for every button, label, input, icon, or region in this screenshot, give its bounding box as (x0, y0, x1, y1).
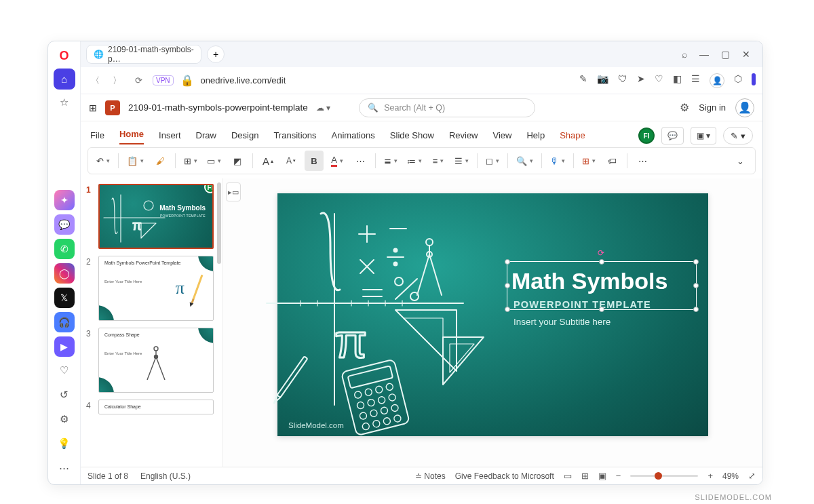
slideshow-view-button[interactable]: ▣ (598, 471, 606, 481)
forward-button[interactable]: 〉 (109, 73, 124, 88)
present-button[interactable]: ▣ ▾ (691, 127, 716, 144)
instagram-app-icon[interactable]: ◯ (54, 263, 75, 284)
zoom-level[interactable]: 49% (722, 471, 739, 481)
slide-thumbnail-1[interactable]: FI π Math Symbols POWERPOINT TEMPLATE (98, 184, 214, 249)
zoom-out-button[interactable]: − (616, 471, 621, 481)
document-title[interactable]: 2109-01-math-symbols-powerpoint-template (128, 102, 308, 113)
more-commands-button[interactable]: ⋯ (633, 151, 652, 171)
fit-to-window-button[interactable]: ⤢ (748, 471, 756, 481)
app-launcher-icon[interactable]: ⊞ (89, 102, 97, 113)
align-button[interactable]: ☰ (452, 151, 471, 171)
sensitivity-button[interactable]: 🏷 (602, 151, 621, 171)
dictate-button[interactable]: 🎙 (547, 151, 568, 171)
bookmark-outline-icon[interactable]: ☆ (54, 92, 75, 113)
vpn-badge[interactable]: VPN (153, 75, 174, 85)
tab-file[interactable]: File (90, 130, 104, 144)
presence-badge[interactable]: FI (638, 128, 655, 144)
font-grow-button[interactable]: A▴ (258, 151, 277, 171)
tab-shape[interactable]: Shape (560, 130, 585, 144)
thumbnail-scrollbar[interactable] (217, 182, 221, 264)
tab-animations[interactable]: Animations (332, 130, 375, 144)
home-icon[interactable]: ⌂ (54, 69, 75, 89)
music-app-icon[interactable]: 🎧 (54, 312, 75, 332)
tab-transitions[interactable]: Transitions (273, 130, 316, 144)
extensions-icon[interactable]: ☰ (691, 73, 700, 88)
tab-review[interactable]: Review (449, 130, 478, 144)
editing-mode-button[interactable]: ✎ ▾ (723, 127, 753, 144)
browser-tab[interactable]: 🌐 2109-01-math-symbols-p… (86, 45, 201, 64)
notes-button[interactable]: ≐ Notes (415, 471, 446, 481)
sign-in-link[interactable]: Sign in (699, 102, 726, 113)
resize-handle[interactable] (505, 259, 510, 265)
bullets-button[interactable]: ≣ (381, 151, 400, 171)
shield-icon[interactable]: 🛡 (618, 73, 627, 88)
heart-icon[interactable]: ♡ (54, 360, 75, 381)
back-button[interactable]: 〈 (88, 73, 102, 88)
tab-design[interactable]: Design (231, 130, 258, 144)
account-avatar[interactable]: 👤 (735, 98, 754, 117)
more-icon[interactable]: ⋯ (54, 457, 75, 479)
new-tab-button[interactable]: + (207, 45, 225, 63)
more-font-button[interactable]: ⋯ (351, 151, 370, 171)
tab-home[interactable]: Home (119, 129, 144, 144)
designer-button[interactable]: ⊞ (579, 151, 598, 171)
resize-handle[interactable] (693, 307, 699, 312)
format-painter-button[interactable]: 🖌 (151, 151, 170, 171)
heart-icon[interactable]: ♡ (655, 73, 663, 88)
new-slide-button[interactable]: ⊞ (181, 151, 200, 171)
find-button[interactable]: 🔍 (513, 151, 536, 171)
tab-help[interactable]: Help (526, 130, 545, 144)
tab-view[interactable]: View (493, 130, 512, 144)
search-input[interactable]: 🔍 Search (Alt + Q) (359, 98, 535, 117)
reload-button[interactable]: ⟳ (131, 73, 146, 88)
send-icon[interactable]: ➤ (637, 73, 645, 88)
settings-cog-icon[interactable]: ⚙ (54, 408, 75, 430)
outline-toggle-button[interactable]: ▸▭ (226, 182, 241, 201)
whatsapp-app-icon[interactable]: ✆ (54, 239, 75, 259)
profile-icon[interactable]: 👤 (710, 73, 724, 88)
layout-button[interactable]: ▭ (204, 151, 224, 171)
slide-thumbnail-3[interactable]: Compass Shape Enter Your Title Here (98, 328, 214, 393)
slide-thumbnail-2[interactable]: Math Symbols PowerPoint Template Enter Y… (98, 256, 214, 321)
slide-thumbnail-4[interactable]: Calculator Shape (98, 400, 214, 414)
shapes-button[interactable]: ◻ (483, 151, 502, 171)
history-icon[interactable]: ↺ (54, 384, 75, 406)
slide-subtitle2-text[interactable]: Insert your Subtitle here (513, 317, 610, 327)
resize-handle[interactable] (693, 283, 699, 288)
save-status-icon[interactable]: ☁ ▾ (316, 103, 330, 113)
slide-position[interactable]: Slide 1 of 8 (88, 471, 128, 481)
settings-gear-icon[interactable]: ⚙ (680, 101, 689, 114)
font-shrink-button[interactable]: A▾ (282, 151, 301, 171)
pip-icon[interactable]: ◧ (673, 73, 682, 88)
reset-button[interactable]: ◩ (228, 151, 247, 171)
resize-handle[interactable] (599, 259, 604, 265)
numbering-button[interactable]: ≔ (404, 151, 425, 171)
search-icon[interactable]: ⌕ (682, 49, 687, 60)
selection-box[interactable]: ⟳ (507, 261, 697, 310)
cube-icon[interactable]: ⬡ (734, 73, 742, 88)
minimize-button[interactable]: ― (699, 49, 709, 60)
font-color-button[interactable]: A (328, 151, 347, 171)
edit-icon[interactable]: ✎ (579, 73, 587, 88)
resize-handle[interactable] (505, 307, 510, 312)
x-app-icon[interactable]: 𝕏 (54, 288, 75, 308)
slide-canvas[interactable]: π (277, 193, 708, 436)
comments-button[interactable]: 💬 (661, 127, 684, 144)
line-spacing-button[interactable]: ≡ (429, 151, 448, 171)
tab-slideshow[interactable]: Slide Show (390, 130, 434, 144)
resize-handle[interactable] (599, 307, 604, 312)
zoom-in-button[interactable]: + (708, 471, 713, 481)
camera-icon[interactable]: 📷 (597, 73, 608, 88)
sorter-view-button[interactable]: ⊞ (581, 471, 589, 481)
ai-app-icon[interactable]: ✦ (54, 190, 75, 210)
resize-handle[interactable] (505, 283, 510, 288)
tab-draw[interactable]: Draw (196, 130, 216, 144)
maximize-button[interactable]: ▢ (721, 49, 730, 60)
language-indicator[interactable]: English (U.S.) (140, 471, 191, 481)
paste-button[interactable]: 📋 (124, 151, 147, 171)
close-button[interactable]: ✕ (742, 49, 750, 60)
resize-handle[interactable] (693, 259, 699, 265)
lightbulb-icon[interactable]: 💡 (54, 433, 75, 454)
collapse-ribbon-button[interactable]: ⌄ (731, 151, 750, 171)
opera-logo-icon[interactable]: O (54, 45, 75, 66)
